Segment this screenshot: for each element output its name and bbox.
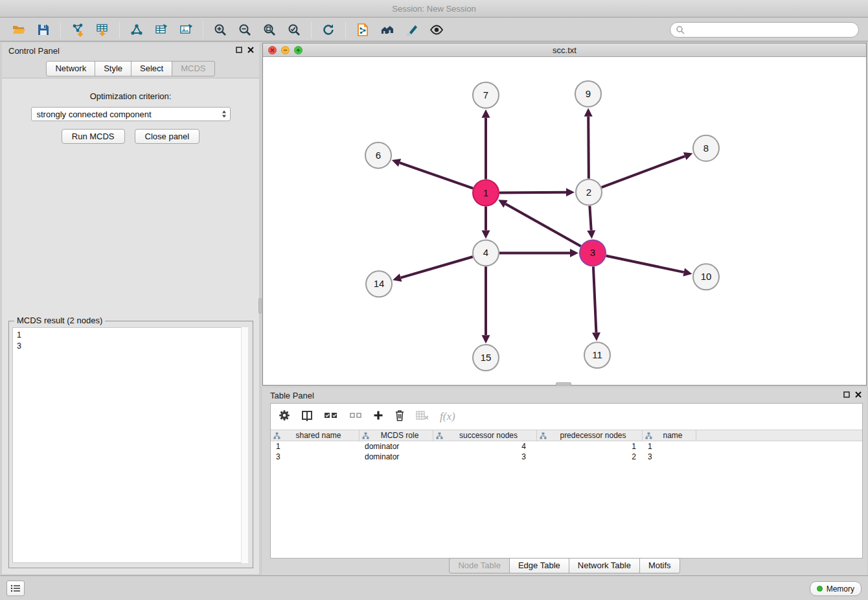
tab-mcds[interactable]: MCDS [172, 61, 214, 76]
new-network-table-button[interactable] [149, 20, 174, 40]
graph-node-11[interactable]: 11 [584, 342, 610, 368]
column-header-successor-nodes[interactable]: successor nodes [433, 430, 537, 441]
graph-node-7[interactable]: 7 [473, 82, 499, 108]
graph-edge-1-6[interactable] [400, 163, 473, 188]
graph-edge-2-3[interactable] [589, 206, 591, 231]
search-input[interactable] [688, 25, 853, 34]
home-button[interactable] [375, 20, 400, 40]
svg-text:2: 2 [586, 187, 591, 198]
tab-style[interactable]: Style [95, 61, 131, 76]
float-panel-icon[interactable] [843, 391, 850, 398]
zoom-out-button[interactable] [233, 20, 257, 40]
cell-successor-nodes[interactable]: 4 [433, 442, 537, 451]
horizontal-splitter-grip[interactable] [556, 382, 571, 386]
network-window-title-bar: scc.txt [263, 43, 866, 57]
export-image-button[interactable] [174, 20, 198, 40]
network-canvas[interactable]: 7968124314101511 [263, 58, 866, 385]
result-scrollbar[interactable] [241, 327, 248, 563]
graph-node-9[interactable]: 9 [575, 81, 601, 107]
task-history-button[interactable] [6, 581, 25, 596]
table-settings-button[interactable] [279, 410, 290, 424]
tab-node-table[interactable]: Node Table [449, 558, 510, 573]
window-title-bar: Session: New Session [0, 0, 868, 17]
graph-node-10[interactable]: 10 [693, 264, 719, 290]
column-header-shared-name[interactable]: shared name [271, 430, 360, 441]
float-panel-icon[interactable] [236, 47, 242, 53]
graph-node-15[interactable]: 15 [473, 345, 499, 371]
show-graphics-details-button[interactable] [424, 20, 449, 40]
graph-edge-arrowhead [482, 335, 490, 343]
import-public-network-button[interactable] [350, 20, 375, 40]
criterion-dropdown-value: strongly connected component [37, 110, 221, 119]
graph-edge-arrowhead [592, 332, 600, 341]
close-panel-icon[interactable] [855, 391, 862, 398]
tab-network[interactable]: Network [46, 61, 95, 76]
column-header-name[interactable]: name [643, 430, 696, 441]
close-panel-button[interactable]: Close panel [135, 129, 200, 144]
graph-node-3[interactable]: 3 [580, 240, 606, 266]
zoom-in-button[interactable] [208, 20, 233, 40]
deselect-all-columns-button[interactable] [349, 411, 362, 422]
cell-predecessor-nodes[interactable]: 2 [537, 452, 643, 461]
network-icon [130, 23, 144, 37]
tab-edge-table[interactable]: Edge Table [509, 558, 569, 573]
criterion-dropdown[interactable]: strongly connected component [31, 107, 231, 121]
cell-mcds-role[interactable]: dominator [360, 452, 433, 461]
function-builder-button-disabled[interactable]: f(x) [440, 410, 455, 423]
graph-edge-2-8[interactable] [602, 156, 685, 187]
column-header-mcds-role[interactable]: MCDS role [360, 430, 433, 441]
run-mcds-button[interactable]: Run MCDS [62, 129, 125, 144]
cell-name[interactable]: 3 [643, 452, 696, 461]
toolbar-separator [60, 21, 61, 38]
svg-text:4: 4 [483, 247, 488, 258]
column-type-icon [362, 432, 369, 439]
cell-predecessor-nodes[interactable]: 1 [537, 442, 643, 451]
open-session-button[interactable] [6, 20, 31, 40]
new-network-button[interactable] [124, 20, 149, 40]
show-columns-button[interactable] [301, 410, 313, 424]
window-minimize-button[interactable] [281, 46, 290, 54]
node-table: f(x) shared name MCDS role successor nod… [270, 403, 863, 559]
graph-edge-3-11[interactable] [593, 266, 597, 332]
graph-edge-1-2[interactable] [499, 192, 566, 193]
cell-name[interactable]: 1 [643, 442, 696, 451]
add-column-button[interactable] [373, 410, 383, 423]
graph-edge-4-14[interactable] [401, 257, 473, 277]
tab-select[interactable]: Select [131, 61, 172, 76]
delete-column-button[interactable] [394, 410, 405, 424]
cell-shared-name[interactable]: 3 [271, 452, 360, 461]
tab-network-table[interactable]: Network Table [569, 558, 640, 573]
cell-successor-nodes[interactable]: 3 [433, 452, 537, 461]
graph-node-6[interactable]: 6 [365, 143, 391, 168]
graph-node-4[interactable]: 4 [473, 240, 499, 266]
mcds-result-list[interactable]: 1 3 [12, 327, 248, 563]
import-network-file-button[interactable] [65, 20, 90, 40]
window-maximize-button[interactable] [294, 46, 303, 54]
select-all-columns-button[interactable] [324, 411, 338, 422]
unchecked-boxes-icon [349, 411, 362, 420]
column-header-predecessor-nodes[interactable]: predecessor nodes [537, 430, 643, 441]
graph-node-1[interactable]: 1 [473, 180, 499, 206]
tab-motifs[interactable]: Motifs [639, 558, 680, 573]
graph-node-2[interactable]: 2 [576, 179, 602, 205]
floppy-disk-icon [36, 23, 51, 37]
graph-node-14[interactable]: 14 [366, 271, 392, 297]
graph-edge-3-10[interactable] [606, 256, 684, 272]
apply-style-button[interactable] [400, 20, 424, 40]
memory-button[interactable]: Memory [810, 581, 862, 596]
close-panel-icon[interactable] [247, 47, 254, 53]
refresh-view-button[interactable] [316, 20, 341, 40]
delete-table-button-disabled[interactable] [416, 410, 429, 423]
vertical-splitter-grip[interactable] [258, 298, 262, 314]
graph-edge-3-1[interactable] [505, 204, 580, 246]
zoom-selected-button[interactable] [282, 20, 306, 40]
zoom-fit-button[interactable] [257, 20, 282, 40]
cell-shared-name[interactable]: 1 [271, 442, 360, 451]
cell-mcds-role[interactable]: dominator [360, 442, 433, 451]
graph-edge-2-9[interactable] [588, 117, 589, 179]
import-table-file-button[interactable] [90, 20, 115, 40]
window-close-button[interactable] [268, 46, 277, 54]
save-session-button[interactable] [31, 20, 56, 40]
network-graph[interactable]: 7968124314101511 [263, 58, 866, 385]
graph-node-8[interactable]: 8 [693, 135, 719, 161]
